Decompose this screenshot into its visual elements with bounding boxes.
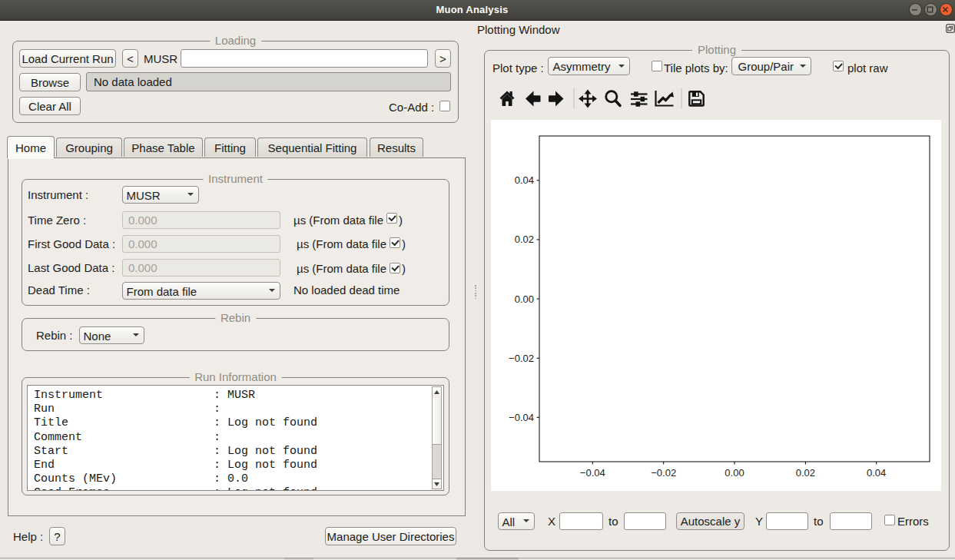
svg-text:−0.02: −0.02 — [651, 467, 676, 479]
svg-text:0.04: 0.04 — [867, 467, 886, 479]
svg-text:0.04: 0.04 — [515, 174, 534, 186]
svg-text:−0.02: −0.02 — [509, 353, 534, 364]
svg-text:0.00: 0.00 — [515, 293, 534, 305]
svg-text:−0.04: −0.04 — [509, 412, 534, 423]
svg-text:0.02: 0.02 — [515, 234, 534, 245]
svg-text:0.00: 0.00 — [725, 467, 744, 479]
svg-text:0.02: 0.02 — [796, 467, 815, 479]
svg-text:−0.04: −0.04 — [580, 467, 605, 479]
